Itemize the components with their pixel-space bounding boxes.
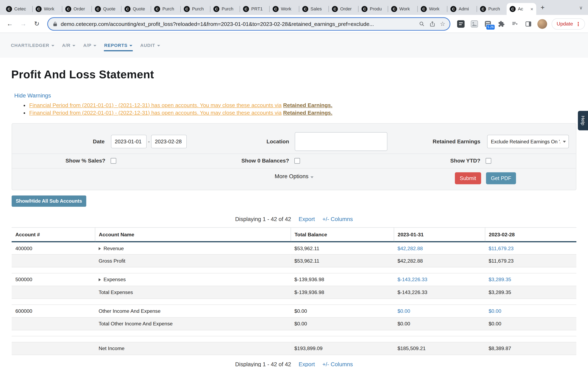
extension-badge: 5.26	[486, 24, 495, 30]
new-tab-button[interactable]: +	[538, 3, 548, 12]
hide-warnings-link[interactable]: Hide Warnings	[14, 92, 51, 99]
dropdown-caret-icon	[72, 45, 76, 46]
site-favicon-icon: C	[213, 6, 219, 12]
columns-toggle-link[interactable]: +/- Columns	[322, 216, 353, 222]
selected-option: Exclude Retained Earnings On 'A	[491, 139, 560, 145]
get-pdf-button[interactable]: Get PDF	[486, 172, 516, 184]
site-favicon-icon: C	[510, 6, 516, 12]
tab-search-chevron-icon[interactable]: ∨	[579, 5, 583, 10]
extension-screenshot-icon[interactable]	[470, 19, 479, 29]
spacer-row	[12, 330, 576, 336]
retained-earnings-link[interactable]: Retained Earnings.	[283, 102, 332, 108]
month2-value-link[interactable]: $0.00	[489, 308, 501, 314]
browser-tab[interactable]: CPurch	[477, 3, 507, 15]
month1-value-link[interactable]: $0.00	[398, 308, 410, 314]
address-bar[interactable]: demo.cetecerp.com/accounting/ext_profit_…	[47, 17, 450, 31]
browser-tab[interactable]: CCetec	[3, 3, 33, 15]
month1-value-link[interactable]: $42,282.88	[398, 245, 423, 251]
nav-label: A/R	[62, 43, 70, 48]
browser-tab[interactable]: CQuote	[92, 3, 121, 15]
columns-toggle-link[interactable]: +/- Columns	[322, 361, 353, 367]
month2-value-link[interactable]: $3,289.35	[489, 277, 511, 282]
warning-link[interactable]: Financial Period from (2021-01-01) - (20…	[29, 102, 282, 108]
reading-list-icon[interactable]	[510, 19, 520, 29]
expand-row-icon[interactable]	[99, 278, 101, 281]
back-icon[interactable]: ←	[4, 18, 15, 29]
retained-earnings-select[interactable]: Exclude Retained Earnings On 'A	[487, 135, 569, 148]
bookmark-star-icon[interactable]: ☆	[440, 20, 445, 27]
browser-tab[interactable]: CSales	[299, 3, 329, 15]
side-panel-icon[interactable]	[524, 19, 534, 29]
browser-tab[interactable]: CWork	[418, 3, 447, 15]
export-link[interactable]: Export	[299, 361, 315, 367]
submit-button[interactable]: Submit	[455, 172, 481, 184]
retained-earnings-link[interactable]: Retained Earnings.	[283, 110, 332, 116]
profit-loss-table: Account # Account Name Total Balance 202…	[12, 227, 576, 355]
account-number	[12, 254, 95, 267]
site-favicon-icon: C	[35, 6, 42, 12]
warning-item: Financial Period from (2021-01-01) - (20…	[29, 101, 588, 109]
spacer-row	[12, 267, 576, 273]
nav-label: A/P	[83, 43, 91, 48]
warning-link[interactable]: Financial Period from (2022-01-01) - (20…	[29, 110, 282, 116]
tab-close-icon[interactable]: ×	[530, 7, 533, 11]
month2-value-link[interactable]: $11,679.23	[489, 245, 513, 251]
nav-chart-ledger[interactable]: CHART/LEDGER	[10, 39, 54, 51]
share-icon[interactable]	[429, 21, 435, 27]
browser-tab[interactable]: CWork	[33, 3, 62, 15]
spacer-row	[12, 299, 576, 305]
nav-ap[interactable]: A/P	[83, 39, 97, 51]
tab-title: Order	[340, 6, 355, 12]
extensions-puzzle-icon[interactable]	[497, 19, 507, 29]
show-ytd-checkbox[interactable]	[486, 158, 492, 164]
extension-currency-icon[interactable]: 5.26	[483, 19, 493, 29]
browser-tab[interactable]: COrder	[329, 3, 359, 15]
update-button[interactable]: Update ⋮	[552, 18, 585, 29]
col-header-month1: 2023-01-31	[394, 227, 485, 242]
browser-tab-active[interactable]: CAc×	[507, 3, 536, 15]
nav-ar[interactable]: A/R	[62, 39, 76, 51]
forward-icon[interactable]: →	[17, 18, 29, 29]
browser-tab[interactable]: CProdu	[359, 3, 388, 15]
export-link[interactable]: Export	[299, 216, 315, 222]
zoom-icon[interactable]	[419, 21, 425, 27]
browser-tab[interactable]: CPurch	[210, 3, 240, 15]
browser-tab[interactable]: CPRT1	[240, 3, 270, 15]
month1-value-link[interactable]: $-143,226.33	[398, 277, 427, 282]
lock-icon[interactable]	[52, 21, 58, 26]
update-label: Update	[557, 21, 573, 27]
nav-audit[interactable]: AUDIT	[140, 39, 160, 51]
account-name: Gross Profit	[95, 254, 291, 267]
browser-tab[interactable]: COrder	[62, 3, 92, 15]
warnings-list: Financial Period from (2021-01-01) - (20…	[22, 101, 588, 117]
page-title: Profit And Loss Statement	[11, 68, 588, 81]
expand-row-icon[interactable]	[99, 247, 101, 250]
nav-label: REPORTS	[104, 43, 127, 48]
help-tab[interactable]: Help	[578, 111, 588, 131]
browser-tab[interactable]: CWork	[388, 3, 418, 15]
month1-value: $0.00	[394, 317, 485, 330]
reload-icon[interactable]: ↻	[31, 18, 42, 29]
total-balance: $-139,936.98	[291, 286, 394, 299]
site-favicon-icon: C	[273, 6, 278, 12]
pagination-top: Displaying 1 - 42 of 42 Export +/- Colum…	[0, 216, 588, 222]
account-name: Revenue	[95, 242, 291, 254]
extension-dark-doc-icon[interactable]	[456, 19, 466, 29]
total-balance: $0.00	[291, 305, 394, 317]
account-number: 400000	[12, 242, 95, 254]
nav-reports[interactable]: REPORTS	[104, 39, 133, 51]
show-hide-subaccounts-button[interactable]: Show/Hide All Sub Accounts	[12, 196, 86, 207]
browser-tab[interactable]: CQuote	[121, 3, 151, 15]
browser-tab[interactable]: CWork	[270, 3, 299, 15]
show-ytd-label: Show YTD?	[12, 154, 480, 168]
browser-tab[interactable]: CPurch	[151, 3, 181, 15]
browser-tab[interactable]: CAdmi	[447, 3, 477, 15]
url-text[interactable]: demo.cetecerp.com/accounting/ext_profit_…	[61, 21, 415, 27]
browser-tab[interactable]: CPurch	[181, 3, 210, 15]
browser-menu-dots-icon[interactable]: ⋮	[576, 21, 581, 27]
profile-avatar[interactable]	[537, 19, 547, 29]
dropdown-caret-icon	[157, 45, 160, 46]
tab-title: Purch	[222, 6, 237, 12]
total-balance: $53,962.11	[291, 242, 394, 254]
site-favicon-icon: C	[243, 6, 249, 12]
